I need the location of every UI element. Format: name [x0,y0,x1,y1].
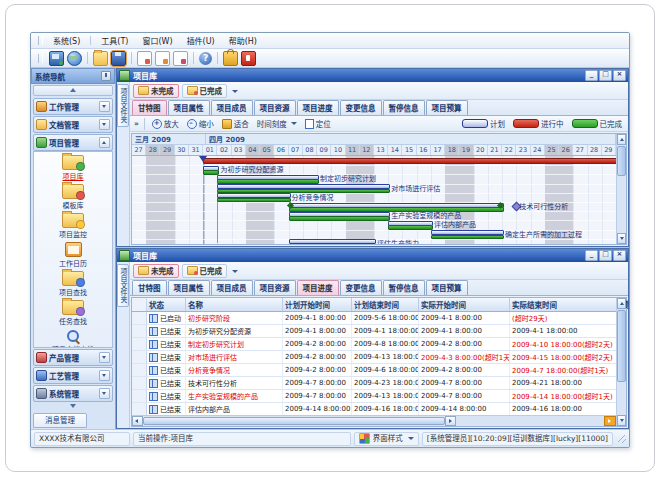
tool-放大[interactable]: 放大 [150,118,181,129]
menu-item-3[interactable]: 窗口(W) [135,34,179,47]
table-row[interactable]: 已结束分析竞争情况2009-4-2 8:00:002009-4-6 18:00:… [132,364,616,377]
filter-dropdown-button[interactable] [230,85,240,97]
filter-已完成[interactable]: 已完成 [182,84,228,98]
chevron-down-icon[interactable] [99,370,110,381]
column-header-实际开始时间[interactable]: 实际开始时间 [419,298,510,311]
table-vertical-scrollbar[interactable] [616,298,626,426]
chevron-down-icon[interactable] [99,388,110,399]
table-horizontal-scrollbar[interactable] [132,415,616,426]
table-row[interactable]: 已结束制定初步研究计划2009-4-2 8:00:002009-4-8 18:0… [132,338,616,351]
minimize-button[interactable]: _ [585,70,598,81]
column-header-计划开始时间[interactable]: 计划开始时间 [283,298,352,311]
minimize-button[interactable]: _ [585,250,598,261]
sidebar-item-模板库[interactable]: 模板库 [34,184,112,210]
column-header-计划结束时间[interactable]: 计划结束时间 [352,298,419,311]
table-row[interactable]: 已结束技术可行性分析2009-4-7 8:00:002009-4-23 18:0… [132,377,616,390]
menu-item-4[interactable]: 插件(U) [180,34,222,47]
table-row[interactable]: 已结束为初步研究分配资源2009-4-1 8:00:002009-4-1 18:… [132,325,616,338]
scroll-down-arrow[interactable] [617,415,626,426]
project-folder-vertical-tab[interactable]: 项目文件夹 [117,264,129,307]
maximize-button[interactable]: □ [599,70,612,81]
toolbar-overflow-chevron[interactable]: » [134,119,139,128]
scroll-thumb[interactable] [617,310,626,382]
resize-grip[interactable] [618,435,626,443]
report-icon-1[interactable] [137,51,152,66]
tab-项目进度[interactable]: 项目进度 [297,280,339,295]
tab-暂停信息[interactable]: 暂停信息 [383,100,425,115]
open-folder-icon[interactable] [93,51,108,66]
column-header-状态[interactable]: 状态 [147,298,186,311]
scroll-right-arrow[interactable] [445,416,456,426]
close-button[interactable]: × [613,70,626,81]
tab-甘特图[interactable]: 甘特图 [132,280,167,295]
sidebar-item-项目查找[interactable]: 项目查找 [34,271,112,297]
tab-message-management[interactable]: 消息管理 [33,413,87,428]
tab-项目成员[interactable]: 项目成员 [211,280,253,295]
column-header-实际结束时间[interactable]: 实际结束时间 [510,298,619,311]
sidebar-item-任务查找[interactable]: 任务查找 [34,300,112,326]
scroll-up-arrow[interactable] [617,134,626,145]
report-icon-3[interactable] [173,51,188,66]
chevron-down-icon[interactable] [99,119,110,130]
sidebar-item-项目库[interactable]: 项目库 [34,155,112,181]
sidebar-group-产品管理[interactable]: 产品管理 [33,349,113,366]
table-row[interactable]: 已结束对市场进行评估2009-4-2 8:00:002009-4-13 18:0… [132,351,616,364]
next-column-indicator[interactable] [604,416,616,426]
computer-sync-icon[interactable] [49,51,64,66]
scroll-down-arrow[interactable] [617,233,626,244]
menu-item-1[interactable]: 系统(S) [46,34,87,47]
filter-未完成[interactable]: 未完成 [133,84,179,98]
scroll-thumb[interactable] [617,146,626,176]
table-row[interactable]: 已结束评估内部产品2009-4-14 8:00:002009-4-16 18:0… [132,403,616,415]
sidebar-item-项目监控[interactable]: 项目监控 [34,213,112,239]
close-button[interactable]: × [613,250,626,261]
exit-icon[interactable] [241,51,256,66]
tab-项目成员[interactable]: 项目成员 [211,100,253,115]
pin-icon[interactable] [101,71,111,81]
tab-变更信息[interactable]: 变更信息 [340,280,382,295]
sidebar-item-工作日历[interactable]: 工作日历 [34,242,112,268]
tab-项目属性[interactable]: 项目属性 [168,100,210,115]
maximize-button[interactable]: □ [599,250,612,261]
tab-项目资源[interactable]: 项目资源 [254,280,296,295]
gantt-vertical-scrollbar[interactable] [616,134,626,244]
sidebar-group-文档管理[interactable]: 文档管理 [33,116,113,133]
tool-定位[interactable]: 定位 [303,118,333,129]
menu-item-5[interactable]: 帮助(H) [222,34,264,47]
tab-项目预算[interactable]: 项目预算 [426,100,468,115]
sidebar-item-项目文档查找[interactable]: 项目文档查找 [34,329,112,348]
table-row[interactable]: 已结束生产实验室规模的产品2009-4-7 8:00:002009-4-13 1… [132,390,616,403]
sidebar-group-系统管理[interactable]: 系统管理 [33,385,113,402]
globe-icon[interactable] [67,51,82,66]
sidebar-group-项目管理[interactable]: 项目管理 [33,134,113,151]
table-row[interactable]: 已启动初步研究阶段2009-4-1 8:00:002009-5-6 18:00:… [132,312,616,325]
sidebar-collapse-button[interactable] [33,85,113,96]
sidebar-overflow-indicator[interactable] [33,403,113,411]
sidebar-group-工艺管理[interactable]: 工艺管理 [33,367,113,384]
sidebar-group-工作管理[interactable]: 工作管理 [33,98,113,115]
project-folder-vertical-tab[interactable]: 项目文件夹 [117,84,129,127]
tab-项目资源[interactable]: 项目资源 [254,100,296,115]
chevron-down-icon[interactable] [99,101,110,112]
filter-已完成[interactable]: 已完成 [182,264,228,278]
scroll-left-arrow[interactable] [132,416,143,426]
tool-时间刻度[interactable]: 时间刻度 [255,118,299,129]
chevron-up-icon[interactable] [99,137,110,148]
tab-项目预算[interactable]: 项目预算 [426,280,468,295]
chevron-down-icon[interactable] [99,352,110,363]
tab-项目进度[interactable]: 项目进度 [297,100,339,115]
tool-缩小[interactable]: 缩小 [185,118,216,129]
scroll-up-arrow[interactable] [617,298,626,309]
lock-icon[interactable] [223,51,238,66]
ui-style-selector[interactable]: 界面样式 [354,432,419,446]
filter-未完成[interactable]: 未完成 [133,264,179,278]
tool-适合[interactable]: 适合 [220,118,251,129]
column-header-名称[interactable]: 名称 [186,298,283,311]
tab-项目属性[interactable]: 项目属性 [168,280,210,295]
scroll-thumb[interactable] [143,417,445,425]
menu-item-2[interactable]: 工具(T) [94,34,135,47]
filter-dropdown-button[interactable] [230,265,240,277]
help-icon[interactable] [199,52,212,65]
tab-变更信息[interactable]: 变更信息 [340,100,382,115]
report-icon-2[interactable] [155,51,170,66]
